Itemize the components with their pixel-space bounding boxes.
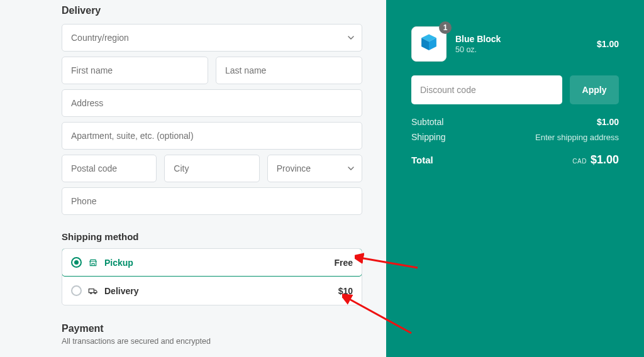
svg-point-1	[91, 292, 92, 294]
subtotal-value: $1.00	[597, 117, 619, 127]
country-select[interactable]: Country/region	[62, 24, 362, 52]
payment-heading: Payment	[62, 323, 362, 334]
apartment-input[interactable]	[62, 122, 362, 150]
cart-product-row: 1 Blue Block 50 oz. $1.00	[411, 26, 619, 62]
total-amount: $1.00	[591, 153, 619, 167]
province-select[interactable]: Province	[267, 155, 362, 182]
subtotal-label: Subtotal	[411, 117, 443, 127]
delivery-heading: Delivery	[62, 5, 362, 16]
shipping-heading: Shipping method	[62, 231, 362, 242]
chevron-down-icon	[348, 165, 354, 172]
phone-input[interactable]	[62, 187, 362, 215]
chevron-down-icon	[348, 35, 354, 41]
shipping-option-label: Delivery	[104, 286, 138, 296]
postal-code-input[interactable]	[62, 155, 157, 182]
product-sub: 50 oz.	[455, 45, 501, 54]
radio-on-icon	[71, 257, 82, 268]
shipping-option-delivery[interactable]: Delivery $10	[62, 277, 362, 305]
apply-button[interactable]: Apply	[570, 75, 619, 104]
product-name: Blue Block	[455, 34, 501, 44]
shipping-label: Shipping	[411, 132, 446, 142]
shipping-option-price: $10	[338, 286, 353, 296]
total-label: Total	[411, 155, 433, 165]
svg-point-2	[94, 292, 96, 294]
country-label: Country/region	[71, 33, 129, 43]
last-name-input[interactable]	[216, 57, 362, 84]
shipping-value: Enter shipping address	[535, 133, 619, 142]
total-currency: CAD	[572, 158, 587, 165]
cube-icon	[418, 32, 440, 56]
radio-off-icon	[71, 285, 82, 296]
city-input[interactable]	[164, 155, 259, 182]
qty-badge: 1	[439, 21, 452, 34]
shipping-options: Pickup Free Delivery $10	[62, 248, 362, 305]
truck-icon	[88, 286, 98, 296]
store-icon	[88, 258, 98, 268]
first-name-input[interactable]	[62, 57, 208, 84]
shipping-option-label: Pickup	[104, 258, 133, 268]
discount-code-input[interactable]	[411, 75, 562, 104]
shipping-option-pickup[interactable]: Pickup Free	[62, 248, 362, 277]
province-label: Province	[277, 163, 311, 173]
address-input[interactable]	[62, 89, 362, 117]
svg-rect-0	[89, 288, 94, 292]
product-price: $1.00	[597, 39, 619, 49]
payment-subtext: All transactions are secured and encrypt…	[62, 337, 362, 346]
shipping-option-price: Free	[334, 258, 353, 268]
